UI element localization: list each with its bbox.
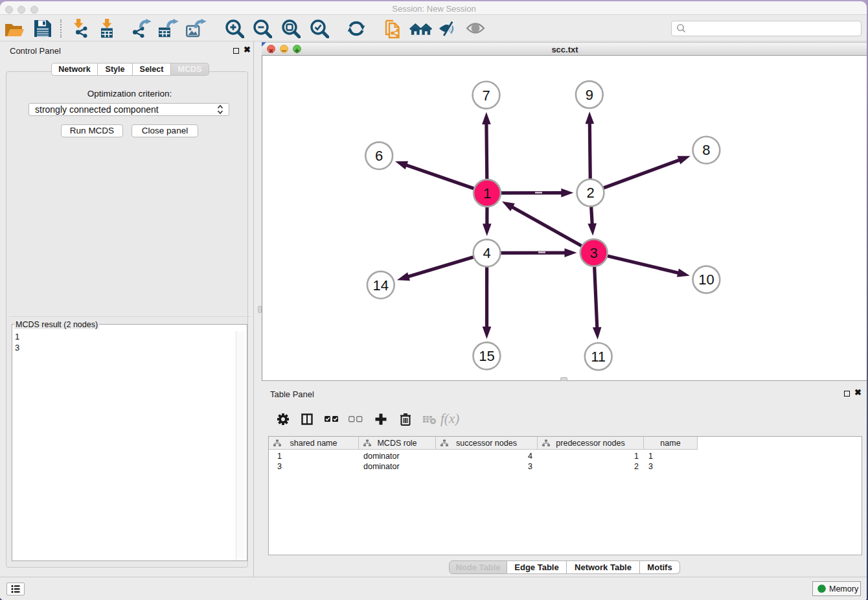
svg-text:6: 6 <box>375 148 383 164</box>
svg-text:1: 1 <box>483 185 491 202</box>
svg-text:11: 11 <box>591 349 606 365</box>
svg-text:14: 14 <box>373 277 389 294</box>
svg-text:3: 3 <box>590 245 598 261</box>
svg-text:9: 9 <box>586 87 593 103</box>
svg-text:15: 15 <box>479 348 494 364</box>
svg-text:8: 8 <box>702 142 710 158</box>
svg-text:10: 10 <box>698 271 714 288</box>
svg-text:4: 4 <box>483 245 490 261</box>
svg-text:7: 7 <box>482 87 490 104</box>
svg-text:2: 2 <box>586 185 594 201</box>
